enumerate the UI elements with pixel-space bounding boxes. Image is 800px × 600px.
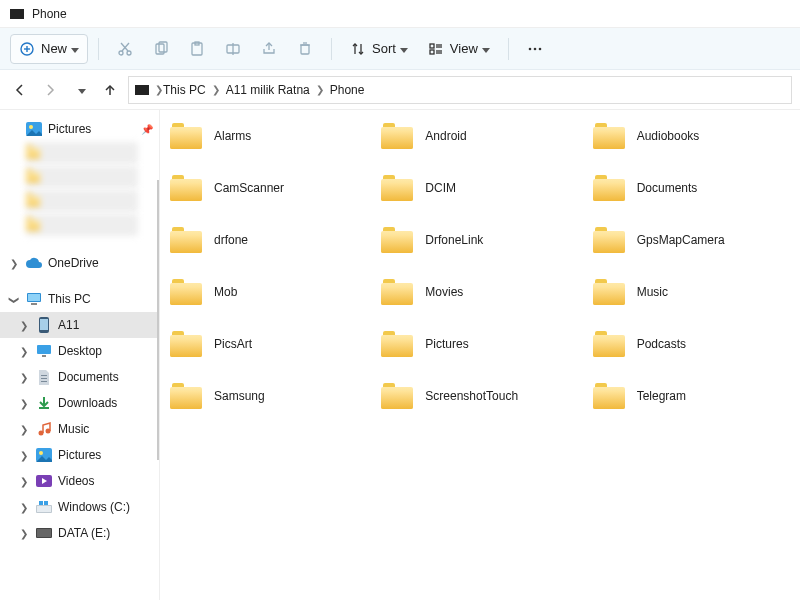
folder-label: Documents xyxy=(637,181,698,195)
cloud-icon xyxy=(26,255,42,271)
sidebar-item-videos[interactable]: ❯ Videos xyxy=(0,468,159,494)
chevron-right-icon: ❯ xyxy=(212,84,220,95)
folder-item[interactable]: drfone xyxy=(168,224,369,256)
folder-item[interactable]: Music xyxy=(591,276,792,308)
sidebar-item-documents[interactable]: ❯ Documents xyxy=(0,364,159,390)
folder-item[interactable]: CamScanner xyxy=(168,172,369,204)
breadcrumb-item[interactable]: A11 milik Ratna❯ xyxy=(226,83,324,97)
expand-toggle[interactable]: ❯ xyxy=(18,398,30,409)
pictures-icon xyxy=(26,121,42,137)
breadcrumb-item[interactable]: This PC❯ xyxy=(163,83,220,97)
folder-item[interactable]: Android xyxy=(379,120,580,152)
sidebar-item-music[interactable]: ❯ Music xyxy=(0,416,159,442)
expand-toggle[interactable]: ❯ xyxy=(18,476,30,487)
toolbar-divider xyxy=(508,38,509,60)
svg-point-24 xyxy=(539,47,542,50)
sidebar-label: Windows (C:) xyxy=(58,500,153,514)
svg-rect-45 xyxy=(39,501,43,505)
cut-button[interactable] xyxy=(109,34,141,64)
folder-item[interactable]: ScreenshotTouch xyxy=(379,380,580,412)
more-button[interactable] xyxy=(519,34,551,64)
breadcrumb[interactable]: ❯ This PC❯ A11 milik Ratna❯ Phone xyxy=(128,76,792,104)
sidebar-item-a11[interactable]: ❯ A11 xyxy=(0,312,159,338)
folder-icon xyxy=(170,227,202,253)
folder-item[interactable]: Documents xyxy=(591,172,792,204)
trash-icon xyxy=(297,41,313,57)
sort-button[interactable]: Sort xyxy=(342,34,416,64)
folder-label: Samsung xyxy=(214,389,265,403)
expand-toggle[interactable]: ❯ xyxy=(18,346,30,357)
new-button[interactable]: New xyxy=(10,34,88,64)
folder-item[interactable]: DCIM xyxy=(379,172,580,204)
folder-item[interactable]: Movies xyxy=(379,276,580,308)
sidebar-item-drive-c[interactable]: ❯ Windows (C:) xyxy=(0,494,159,520)
svg-line-5 xyxy=(122,43,129,51)
sidebar-item-thispc[interactable]: ❯ This PC xyxy=(0,286,159,312)
music-icon xyxy=(36,421,52,437)
nav-row: ❯ This PC❯ A11 milik Ratna❯ Phone xyxy=(0,70,800,110)
chevron-down-icon xyxy=(482,42,490,56)
sidebar-item-pictures-lib[interactable]: ❯ Pictures xyxy=(0,442,159,468)
expand-toggle[interactable]: ❯ xyxy=(18,320,30,331)
paste-button[interactable] xyxy=(181,34,213,64)
sidebar-item-redacted xyxy=(26,142,138,164)
chevron-down-icon xyxy=(78,83,86,97)
folder-icon xyxy=(381,331,413,357)
sidebar-item-pictures[interactable]: Pictures 📌 xyxy=(0,116,159,142)
folder-icon xyxy=(593,175,625,201)
download-icon xyxy=(36,395,52,411)
expand-toggle[interactable]: ❯ xyxy=(18,502,30,513)
toolbar-divider xyxy=(98,38,99,60)
expand-toggle[interactable]: ❯ xyxy=(18,450,30,461)
share-button[interactable] xyxy=(253,34,285,64)
sidebar-item-redacted xyxy=(26,190,138,212)
sidebar-label: Pictures xyxy=(48,122,141,136)
folder-item[interactable]: PicsArt xyxy=(168,328,369,360)
folder-label: DCIM xyxy=(425,181,456,195)
copy-button[interactable] xyxy=(145,34,177,64)
expand-toggle[interactable]: ❯ xyxy=(18,424,30,435)
folder-item[interactable]: Mob xyxy=(168,276,369,308)
back-button[interactable] xyxy=(8,78,32,102)
folder-label: Audiobooks xyxy=(637,129,700,143)
sidebar-label: Desktop xyxy=(58,344,153,358)
sort-label: Sort xyxy=(372,41,396,56)
folder-item[interactable]: GpsMapCamera xyxy=(591,224,792,256)
folder-grid: AlarmsAndroidAudiobooksCamScannerDCIMDoc… xyxy=(168,120,792,412)
svg-rect-33 xyxy=(42,355,46,357)
sidebar-item-redacted xyxy=(26,214,138,236)
folder-item[interactable]: Alarms xyxy=(168,120,369,152)
view-button[interactable]: View xyxy=(420,34,498,64)
sidebar-item-drive-e[interactable]: ❯ DATA (E:) xyxy=(0,520,159,546)
expand-toggle[interactable]: ❯ xyxy=(18,372,30,383)
sidebar-label: Music xyxy=(58,422,153,436)
svg-rect-37 xyxy=(39,407,49,409)
folder-item[interactable]: Telegram xyxy=(591,380,792,412)
sidebar-item-desktop[interactable]: ❯ Desktop xyxy=(0,338,159,364)
folder-icon xyxy=(170,383,202,409)
recent-dropdown[interactable] xyxy=(68,78,92,102)
folder-item[interactable]: Audiobooks xyxy=(591,120,792,152)
folder-item[interactable]: Podcasts xyxy=(591,328,792,360)
toolbar: New Sort xyxy=(0,28,800,70)
folder-icon xyxy=(593,383,625,409)
svg-point-41 xyxy=(39,451,43,455)
up-button[interactable] xyxy=(98,78,122,102)
sidebar-item-onedrive[interactable]: ❯ OneDrive xyxy=(0,250,159,276)
expand-toggle[interactable]: ❯ xyxy=(8,258,20,269)
copy-icon xyxy=(153,41,169,57)
expand-toggle[interactable]: ❯ xyxy=(9,293,20,305)
forward-button[interactable] xyxy=(38,78,62,102)
expand-toggle[interactable]: ❯ xyxy=(18,528,30,539)
folder-item[interactable]: DrfoneLink xyxy=(379,224,580,256)
folder-item[interactable]: Pictures xyxy=(379,328,580,360)
breadcrumb-item[interactable]: Phone xyxy=(330,83,365,97)
scrollbar[interactable] xyxy=(157,180,159,460)
folder-icon xyxy=(593,279,625,305)
delete-button[interactable] xyxy=(289,34,321,64)
sidebar-item-downloads[interactable]: ❯ Downloads xyxy=(0,390,159,416)
rename-button[interactable] xyxy=(217,34,249,64)
pin-icon: 📌 xyxy=(141,124,153,135)
folder-item[interactable]: Samsung xyxy=(168,380,369,412)
folder-label: GpsMapCamera xyxy=(637,233,725,247)
